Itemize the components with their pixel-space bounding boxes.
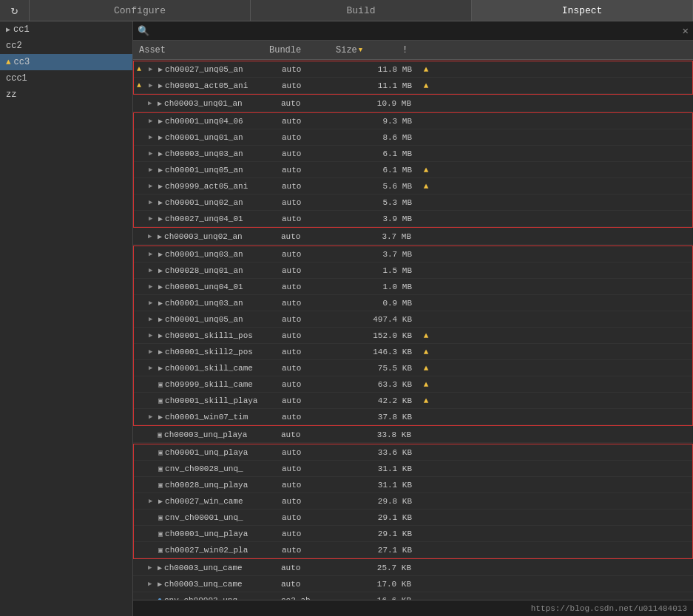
tab-build[interactable]: Build <box>251 0 472 21</box>
cell-asset: ▣ch09999_skill_came <box>149 380 282 389</box>
sidebar-item-cc1[interactable]: ▶ cc1 <box>0 21 132 38</box>
sidebar-item-ccc1[interactable]: ccc1 <box>0 70 132 87</box>
sidebar-item-cc3[interactable]: ▲ cc3 <box>0 54 132 70</box>
expand-icon[interactable]: ▶ <box>148 99 155 107</box>
expand-icon[interactable]: ▶ <box>149 497 156 505</box>
sidebar-item-zz[interactable]: zz <box>0 87 132 103</box>
table-row[interactable]: ▶▶ch00003_unq02_anauto3.7 MB <box>133 229 693 245</box>
table-row[interactable]: ▶▶ch00003_unq03_anauto6.1 MB <box>134 146 692 162</box>
search-bar: 🔍 ✕ <box>133 21 693 41</box>
table-row[interactable]: ▣ch00001_skill_playaauto42.2 KB▲ <box>134 393 692 409</box>
column-header-warn: ! <box>402 45 425 55</box>
table-row[interactable]: ▶▶ch00001_unq02_anauto5.3 MB <box>134 194 692 211</box>
expand-icon[interactable]: ▶ <box>149 250 156 258</box>
expand-icon[interactable]: ▶ <box>149 198 156 206</box>
expand-icon[interactable]: ▶ <box>149 149 156 158</box>
expand-icon[interactable]: ▶ <box>149 81 156 89</box>
expand-icon[interactable]: ▶ <box>149 315 156 323</box>
cell-bundle: auto <box>282 448 348 457</box>
asset-name: cnv_ch00001_unq_ <box>165 513 243 522</box>
table-row[interactable]: ●cnv_ch00003_unq_cc3.ab16.6 KB <box>133 592 693 600</box>
expand-icon[interactable]: ▶ <box>149 214 156 223</box>
table-row[interactable]: ▲▶▶ch00001_act05_aniauto11.1 MB▲ <box>134 78 692 94</box>
table-row[interactable]: ▶▶ch00001_unq05_anauto6.1 MB▲ <box>134 162 692 178</box>
table-row[interactable]: ▶▶ch00001_win07_timauto37.8 KB <box>134 409 692 425</box>
table-row[interactable]: ▶▶ch00001_unq05_anauto497.4 KB <box>134 311 692 328</box>
cell-bundle: auto <box>282 266 348 275</box>
asset-name: ch00028_unq01_an <box>165 266 243 275</box>
table-row[interactable]: ▶▶ch00003_unq_cameauto17.0 KB <box>133 576 693 592</box>
expand-icon[interactable]: ▶ <box>149 348 156 356</box>
cell-asset: ▣ch00003_unq_playa <box>148 430 281 439</box>
expand-icon[interactable]: ▶ <box>149 413 156 421</box>
cell-bundle: auto <box>282 380 348 389</box>
table-row[interactable]: ▶▶ch00001_skill2_posauto146.3 KB▲ <box>134 344 692 360</box>
expand-icon[interactable]: ▶ <box>149 266 156 274</box>
table-row[interactable]: ▶▶ch00001_unq03_anauto0.9 MB <box>134 295 692 311</box>
warning-icon: ▲ <box>424 380 429 389</box>
table-row[interactable]: ▶▶ch00028_unq01_anauto1.5 MB <box>134 263 692 279</box>
table-row[interactable]: ▣cnv_ch00001_unq_auto29.1 KB <box>134 510 692 526</box>
table-row[interactable]: ▶▶ch09999_act05_aniauto5.6 MB▲ <box>134 178 692 194</box>
table-row[interactable]: ▶▶ch00001_unq04_06auto9.3 MB <box>134 113 692 129</box>
cell-bundle: auto <box>282 546 348 555</box>
cell-asset: ▶▶ch00001_unq03_an <box>149 250 282 259</box>
asset-name: cnv_ch00028_unq_ <box>165 464 243 473</box>
asset-type-icon: ▶ <box>158 133 163 142</box>
expand-icon[interactable]: ▶ <box>148 232 155 240</box>
sidebar-item-cc2[interactable]: cc2 <box>0 38 132 54</box>
cell-asset: ▶▶ch00001_unq02_an <box>149 198 282 207</box>
table-row[interactable]: ▶▶ch00003_unq01_anauto10.9 MB <box>133 95 693 112</box>
table-row[interactable]: ▣ch00028_unq_playaauto31.1 KB <box>134 477 692 493</box>
expand-icon[interactable]: ▶ <box>149 117 156 125</box>
table-row[interactable]: ▣ch00027_win02_plaauto27.1 KB <box>134 542 692 558</box>
cell-asset: ▣cnv_ch00001_unq_ <box>149 513 282 522</box>
cell-size: 25.7 KB <box>348 563 414 572</box>
cell-bundle: auto <box>281 99 348 108</box>
table-row[interactable]: ▣ch09999_skill_cameauto63.3 KB▲ <box>134 376 692 393</box>
table-row[interactable]: ▶▶ch00001_unq03_anauto3.7 MB <box>134 246 692 263</box>
cell-asset: ▶▶ch00003_unq01_an <box>148 99 281 108</box>
asset-name: ch00028_unq_playa <box>165 481 248 490</box>
expand-icon[interactable]: ▶ <box>149 65 156 73</box>
table-row[interactable]: ▶▶ch00001_skill1_posauto152.0 KB▲ <box>134 328 692 344</box>
expand-icon[interactable]: ▶ <box>149 166 156 174</box>
clear-search-button[interactable]: ✕ <box>683 24 689 37</box>
expand-icon[interactable]: ▶ <box>149 133 156 141</box>
expand-icon[interactable]: ▶ <box>149 299 156 307</box>
table-row[interactable]: ▣ch00001_unq_playaauto33.6 KB <box>134 444 692 461</box>
sidebar-item-label: cc2 <box>6 41 22 51</box>
cell-warn: ▲ <box>415 380 437 389</box>
expand-icon[interactable]: ▶ <box>149 282 156 291</box>
expand-icon[interactable]: ▶ <box>149 364 156 372</box>
asset-type-icon: ▶ <box>158 166 163 175</box>
tab-inspect[interactable]: Inspect <box>472 0 693 21</box>
cell-warn: ▲ <box>415 364 437 373</box>
cell-bundle: auto <box>281 580 348 589</box>
table-row[interactable]: ▶▶ch00001_unq01_anauto8.6 MB <box>134 129 692 146</box>
table-row[interactable]: ▶▶ch00003_unq_cameauto25.7 KB <box>133 560 693 576</box>
table-row[interactable]: ▲▶▶ch00027_unq05_anauto11.8 MB▲ <box>134 61 692 78</box>
table-row[interactable]: ▶▶ch00027_win_cameauto29.8 KB <box>134 493 692 510</box>
table-row[interactable]: ▶▶ch00001_skill_cameauto75.5 KB▲ <box>134 360 692 376</box>
expand-icon[interactable]: ▶ <box>149 331 156 339</box>
cell-asset: ▶▶ch00003_unq_came <box>148 563 281 572</box>
table-row[interactable]: ▣ch00001_unq_playaauto29.1 KB <box>134 526 692 542</box>
row-warn-pre-icon: ▲ <box>137 81 149 89</box>
expand-icon[interactable]: ▶ <box>148 563 155 572</box>
asset-type-icon: ▣ <box>158 448 163 457</box>
refresh-button[interactable]: ↻ <box>0 0 30 21</box>
expand-icon[interactable]: ▶ <box>149 182 156 190</box>
table-row[interactable]: ▣ch00003_unq_playaauto33.8 KB <box>133 427 693 443</box>
table-row[interactable]: ▣cnv_ch00028_unq_auto31.1 KB <box>134 461 692 477</box>
asset-name: ch00027_win_came <box>165 497 243 506</box>
search-input[interactable] <box>154 26 678 36</box>
asset-type-icon: ▶ <box>158 149 163 158</box>
cell-size: 152.0 KB <box>348 331 415 340</box>
tab-configure[interactable]: Configure <box>30 0 251 21</box>
column-header-size[interactable]: Size ▼ <box>336 45 402 55</box>
table-row[interactable]: ▶▶ch00001_unq04_01auto1.0 MB <box>134 279 692 295</box>
table-row[interactable]: ▶▶ch00027_unq04_01auto3.9 MB <box>134 211 692 227</box>
expand-icon[interactable]: ▶ <box>148 580 155 588</box>
status-url: https://blog.csdn.net/u011484013 <box>531 604 687 613</box>
